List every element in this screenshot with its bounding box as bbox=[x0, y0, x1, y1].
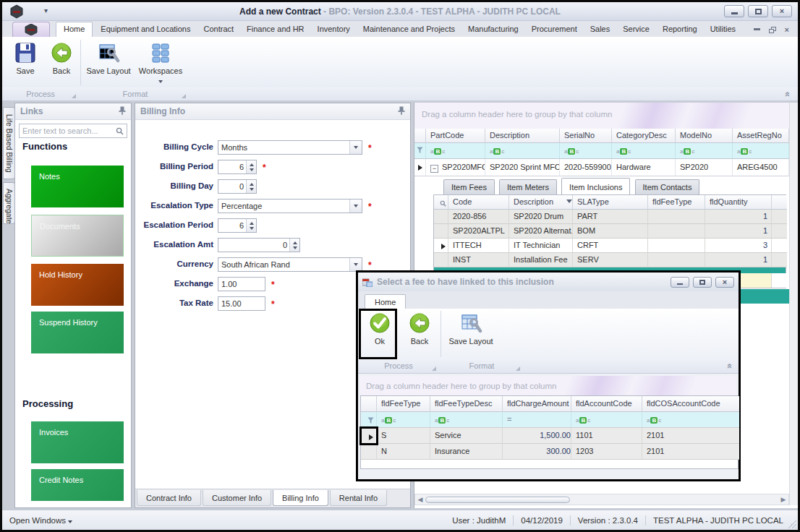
tab-item-contacts[interactable]: Item Contacts bbox=[635, 179, 700, 195]
vertical-scrollbar[interactable] bbox=[789, 103, 799, 505]
tab-contract-info[interactable]: Contract Info bbox=[137, 490, 201, 506]
spin-buttons[interactable] bbox=[246, 219, 256, 232]
tab-service[interactable]: Service bbox=[616, 22, 656, 37]
format-dialog-launcher[interactable] bbox=[182, 94, 186, 98]
column-header-fldaccountcode[interactable]: fldAccountCode bbox=[571, 396, 642, 412]
filter-cell[interactable]: aBc bbox=[676, 143, 733, 159]
inclusion-row[interactable]: 2020-856 SP2020 Drum PART 1 bbox=[434, 210, 786, 224]
tab-equipment-and-locations[interactable]: Equipment and Locations bbox=[94, 22, 197, 37]
dialog-save-layout-button[interactable]: Save Layout bbox=[446, 310, 495, 356]
scroll-left-icon[interactable]: ◀ bbox=[415, 496, 425, 503]
escalation-type-combo[interactable]: Percentage bbox=[218, 199, 362, 213]
filter-cell[interactable]: aBc bbox=[377, 412, 430, 428]
filter-cell[interactable]: aBc bbox=[430, 412, 503, 428]
maximize-button[interactable] bbox=[748, 5, 768, 17]
invoices-button[interactable]: Invoices bbox=[31, 421, 124, 463]
billing-cycle-combo[interactable]: Months bbox=[218, 140, 362, 155]
tab-inventory[interactable]: Inventory bbox=[311, 22, 357, 37]
filter-cell[interactable]: aBc bbox=[485, 143, 560, 159]
credit-notes-button[interactable]: Credit Notes bbox=[31, 469, 124, 501]
inclusion-row[interactable]: SP2020ALTPL SP2020 Alternat... BOM 1 bbox=[434, 224, 786, 239]
column-header-fldchargeamount[interactable]: fldChargeAmount bbox=[503, 396, 571, 412]
open-windows-button[interactable]: Open Windows bbox=[9, 516, 72, 525]
currency-combo[interactable]: South African Rand bbox=[218, 257, 362, 272]
column-header-serialno[interactable]: SerialNo bbox=[560, 129, 612, 143]
tax-rate-input[interactable]: 15.00 bbox=[218, 296, 265, 311]
column-header-categorydesc[interactable]: CategoryDesc bbox=[612, 129, 676, 143]
child-minimize-button[interactable] bbox=[754, 28, 760, 32]
search-icon[interactable] bbox=[434, 195, 448, 210]
cell-serialno[interactable]: 2020-559900 bbox=[560, 159, 612, 176]
column-header-description[interactable]: Description bbox=[509, 195, 573, 210]
filter-edit-icon[interactable] bbox=[361, 412, 377, 428]
column-header-slatype[interactable]: SLAType bbox=[573, 195, 648, 210]
dialog-tab-home[interactable]: Home bbox=[365, 294, 406, 309]
tab-finance-and-hr[interactable]: Finance and HR bbox=[240, 22, 311, 37]
spin-buttons[interactable] bbox=[289, 239, 299, 252]
filter-cell[interactable]: aBc bbox=[571, 412, 642, 428]
column-header-description[interactable]: Description bbox=[485, 129, 560, 143]
dialog-back-button[interactable]: Back bbox=[403, 310, 436, 356]
group-by-hint[interactable]: Drag a column header here to group by th… bbox=[414, 103, 789, 129]
escalation-amt-spinner[interactable]: 0 bbox=[218, 238, 300, 252]
tab-customer-info[interactable]: Customer Info bbox=[203, 490, 271, 506]
minimize-button[interactable] bbox=[724, 5, 744, 17]
exchange-input[interactable]: 1.00 bbox=[218, 277, 265, 291]
pin-icon[interactable] bbox=[119, 106, 126, 117]
documents-button[interactable]: Documents bbox=[31, 215, 124, 257]
column-header-code[interactable]: Code bbox=[448, 195, 509, 210]
spin-buttons[interactable] bbox=[246, 160, 256, 173]
notes-button[interactable]: Notes bbox=[31, 166, 124, 207]
cell-categorydesc[interactable]: Hardware bbox=[612, 159, 676, 176]
tab-utilities[interactable]: Utilities bbox=[704, 22, 742, 37]
filter-edit-icon[interactable] bbox=[414, 143, 426, 159]
close-button[interactable]: × bbox=[772, 5, 792, 17]
inclusion-row-selected[interactable]: ITTECH IT Technician CRFT 3 bbox=[434, 239, 786, 253]
scrollbar-thumb[interactable] bbox=[425, 497, 570, 503]
dialog-close-button[interactable]: × bbox=[715, 277, 734, 288]
hold-history-button[interactable]: Hold History bbox=[31, 264, 124, 306]
pin-icon[interactable] bbox=[398, 106, 405, 117]
dropdown-arrow-icon[interactable] bbox=[349, 200, 362, 213]
column-header-fldfeetype[interactable]: fldFeeType bbox=[648, 195, 705, 210]
filter-cell-numeric[interactable]: = bbox=[503, 412, 571, 428]
tab-contract[interactable]: Contract bbox=[197, 22, 241, 37]
back-button[interactable]: Back bbox=[43, 40, 80, 86]
column-header-partcode[interactable]: PartCode bbox=[426, 129, 485, 143]
filter-cell[interactable]: aBc bbox=[612, 143, 676, 159]
resize-grip[interactable] bbox=[788, 520, 796, 528]
fee-row-insurance[interactable]: N Insurance 300.00 1203 2101 bbox=[361, 444, 738, 460]
column-header-assetregno[interactable]: AssetRegNo bbox=[733, 129, 789, 143]
cell-modelno[interactable]: SP2020 bbox=[676, 159, 733, 176]
cell-assetregno[interactable]: AREG4500 bbox=[733, 159, 789, 176]
ok-button[interactable]: Ok bbox=[364, 310, 396, 356]
child-restore-button[interactable] bbox=[769, 27, 776, 33]
application-menu-button[interactable] bbox=[12, 22, 50, 37]
tab-procurement[interactable]: Procurement bbox=[525, 22, 584, 37]
billing-day-spinner[interactable]: 0 bbox=[218, 179, 257, 194]
ribbon-collapse-chevron-icon[interactable]: » bbox=[784, 89, 789, 100]
save-button[interactable]: Save bbox=[7, 40, 44, 86]
format-dialog-launcher[interactable] bbox=[516, 366, 520, 371]
workspaces-button[interactable]: Workspaces bbox=[135, 40, 186, 86]
cell-description[interactable]: SP2020 Sprint MFC bbox=[485, 159, 560, 176]
filter-cell[interactable]: aBc bbox=[642, 412, 739, 428]
tab-maintenance-and-projects[interactable]: Maintenance and Projects bbox=[357, 22, 461, 37]
collapse-row-icon[interactable]: − bbox=[430, 165, 438, 173]
ribbon-collapse-chevron-icon[interactable]: » bbox=[726, 361, 731, 372]
side-tab-life-based-billing[interactable]: Life Based Billing bbox=[3, 107, 15, 179]
scroll-right-icon[interactable]: ▶ bbox=[778, 496, 788, 503]
column-header-fldfeetype[interactable]: fldFeeType bbox=[377, 396, 430, 412]
column-header-fldquantity[interactable]: fldQuantity bbox=[705, 195, 772, 210]
filter-cell[interactable]: aBc bbox=[733, 143, 789, 159]
horizontal-scrollbar[interactable]: ◀ ▶ bbox=[414, 494, 789, 505]
tab-billing-info[interactable]: Billing Info bbox=[273, 490, 328, 506]
group-by-hint[interactable]: Drag a column header here to group by th… bbox=[360, 376, 736, 395]
billing-period-spinner[interactable]: 6 bbox=[218, 160, 257, 174]
search-input[interactable] bbox=[22, 126, 116, 135]
column-header-fldcosaccountcode[interactable]: fldCOSAccountCode bbox=[642, 396, 739, 412]
process-dialog-launcher[interactable] bbox=[432, 366, 436, 371]
fee-row-service[interactable]: S Service 1,500.00 1101 2101 bbox=[361, 428, 738, 444]
dialog-maximize-button[interactable] bbox=[693, 277, 712, 288]
tab-sales[interactable]: Sales bbox=[584, 22, 617, 37]
